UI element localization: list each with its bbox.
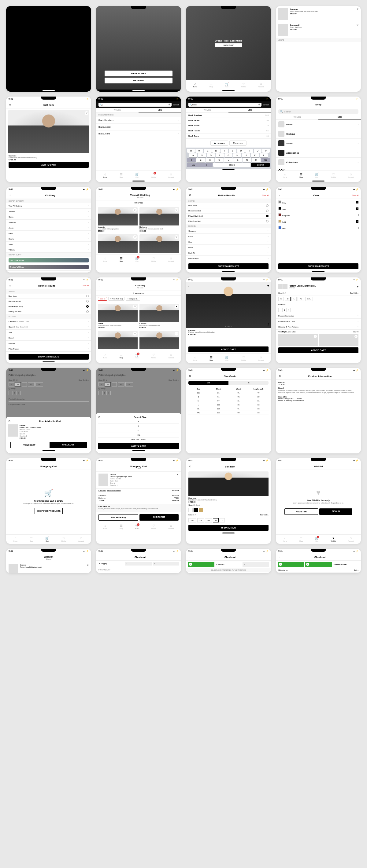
- unit-toggle[interactable]: CMIN: [189, 381, 269, 385]
- cat-view-all[interactable]: View All Clothing›: [6, 203, 91, 209]
- nav-wishlist[interactable]: ♡2Wishlist: [151, 173, 156, 178]
- product-card[interactable]: ♥ LacosteLogo pattern lightweight jacket…: [139, 304, 179, 329]
- size-m[interactable]: M: [213, 518, 219, 522]
- show-results-button[interactable]: SHOW 720 RESULTS: [8, 354, 89, 360]
- cancel-button[interactable]: Cancel: [173, 104, 178, 106]
- cancel-button[interactable]: Cancel: [263, 104, 269, 106]
- wishlist-icon[interactable]: ♡: [175, 208, 178, 212]
- clear-all-link[interactable]: Clear all: [82, 285, 89, 287]
- filter-size[interactable]: Size›: [186, 239, 271, 245]
- heart-icon[interactable]: ♥: [267, 284, 269, 287]
- suggestion[interactable]: Black Jeans16: [186, 133, 271, 139]
- product-thumb[interactable]: [278, 8, 288, 20]
- shop-products-button[interactable]: SHOP FOR PRODUCTS: [34, 508, 63, 514]
- size-xl[interactable]: XL: [298, 297, 304, 301]
- suggestion[interactable]: Black Sneakers240: [186, 113, 271, 118]
- color-option[interactable]: Gold✓: [276, 218, 361, 224]
- recent-search[interactable]: Black Jacket›: [96, 124, 181, 130]
- show-results-button[interactable]: SHOW 720 RESULTS: [278, 264, 359, 269]
- filter-pill[interactable]: × Category: J...: [126, 297, 140, 301]
- category-new-in[interactable]: New in›: [276, 120, 361, 129]
- nav-cart[interactable]: 🛒Cart: [315, 173, 319, 178]
- category-brands[interactable]: Brands›: [276, 167, 361, 170]
- update-item-button[interactable]: UPDATE ITEM: [189, 525, 269, 531]
- close-icon[interactable]: ✕: [189, 194, 192, 197]
- view-all-link[interactable]: View All: [353, 331, 359, 333]
- nav-wishlist[interactable]: ♡Wishlist: [331, 173, 336, 178]
- apple-pay-button[interactable]: BUY WITH Pay: [98, 514, 138, 521]
- filter-category[interactable]: Category›: [186, 228, 271, 234]
- shop-women-button[interactable]: SHOP WOMEN: [105, 70, 172, 76]
- nav-home[interactable]: ⌂Home: [103, 173, 107, 178]
- first-name-input[interactable]: [98, 568, 178, 572]
- nav-cart[interactable]: 🛒Cart: [225, 82, 229, 88]
- tab-men[interactable]: MEN: [318, 115, 361, 120]
- back-icon[interactable]: ‹: [189, 555, 192, 558]
- size-option[interactable]: XXL: [98, 433, 179, 437]
- add-to-cart-button[interactable]: ADD TO CART: [278, 347, 359, 353]
- filter-pill[interactable]: × Price (High first): [108, 297, 124, 301]
- cat-tshirts[interactable]: T-Shirts›: [6, 247, 91, 253]
- tab-women[interactable]: WOMEN: [186, 108, 228, 113]
- back-icon[interactable]: ‹: [98, 285, 102, 288]
- share-icon[interactable]: ⤴: [267, 323, 269, 326]
- clear-icon[interactable]: ⓧ: [169, 103, 170, 106]
- product-info-link[interactable]: Product Information›: [276, 313, 361, 319]
- edit-shipping-link[interactable]: Edit ›: [354, 569, 359, 571]
- search-input[interactable]: 🔍Search: [278, 110, 359, 114]
- sort-option[interactable]: Price (Low first): [186, 219, 271, 224]
- size-l[interactable]: L: [220, 518, 225, 522]
- nav-account[interactable]: ☺Account: [258, 82, 264, 88]
- size-xxs[interactable]: XXS: [189, 518, 196, 522]
- cat-coats[interactable]: Coats›: [6, 214, 91, 220]
- add-to-cart-button[interactable]: ADD TO CART: [98, 443, 179, 449]
- close-icon[interactable]: ✕: [8, 284, 11, 287]
- color-white[interactable]: [189, 508, 193, 512]
- photos-button[interactable]: 🖼PHOTOS: [229, 141, 247, 146]
- size-m[interactable]: M: [285, 297, 290, 301]
- step-payment[interactable]: 2. Payment: [215, 562, 242, 567]
- qty-plus[interactable]: +: [286, 308, 290, 312]
- size-xxl[interactable]: XXL: [305, 297, 313, 301]
- product-card[interactable]: ♥ LacosteLogo pattern lightweight jacket…: [98, 207, 138, 232]
- cat-shorts[interactable]: Shorts›: [6, 236, 91, 242]
- nav-shop[interactable]: ☰Shop: [209, 82, 213, 88]
- sort-option[interactable]: Price (High first): [186, 214, 271, 219]
- category-clothing[interactable]: Clothing›: [276, 129, 361, 139]
- category-accessories[interactable]: Accessories›: [276, 148, 361, 158]
- cat-sweaters[interactable]: Sweaters›: [6, 220, 91, 225]
- tab-women[interactable]: WOMEN: [276, 115, 318, 120]
- view-cart-button[interactable]: VIEW CART: [10, 442, 48, 448]
- product-card[interactable]: ♡: [139, 234, 179, 253]
- add-to-cart-button[interactable]: ADD TO CART: [189, 346, 269, 352]
- size-s[interactable]: S: [278, 297, 284, 301]
- tab-men[interactable]: MEN: [139, 108, 181, 113]
- tab-men[interactable]: MEN: [228, 108, 271, 113]
- product-card[interactable]: ♡ PradaBrand wool overcoat in light brow…: [98, 304, 138, 329]
- size-xs[interactable]: XS: [197, 518, 204, 522]
- category-shoes[interactable]: Shoes›: [276, 139, 361, 148]
- clear-all-link[interactable]: Clear all: [262, 194, 269, 196]
- step-payment[interactable]: ✓: [305, 562, 332, 567]
- recent-search[interactable]: Black Sneakers›: [96, 117, 181, 124]
- step-shipping[interactable]: 1. Shipping: [98, 562, 124, 565]
- filter-color[interactable]: Color (3) Grey, Black, Gold›: [6, 324, 91, 330]
- remove-icon[interactable]: ✕: [87, 564, 89, 573]
- outfit-card[interactable]: City Look & Feel: [8, 258, 89, 262]
- move-wishlist-link[interactable]: Move to Wishlist: [107, 490, 121, 492]
- close-icon[interactable]: ✕: [189, 375, 192, 378]
- shop-now-button[interactable]: SHOP NOW: [215, 43, 242, 47]
- close-icon[interactable]: ✕: [8, 420, 11, 423]
- size-guide-link[interactable]: View Size Guide ›: [98, 437, 179, 442]
- qty-minus[interactable]: −: [278, 308, 283, 312]
- wishlist-icon[interactable]: ♡: [85, 111, 88, 115]
- sign-in-button[interactable]: SIGN IN: [319, 508, 352, 515]
- back-icon[interactable]: ‹: [8, 194, 11, 197]
- wishlist-icon[interactable]: ♥: [133, 208, 137, 212]
- back-icon[interactable]: ‹: [98, 195, 102, 198]
- composition-link[interactable]: Composition & Care›: [276, 319, 361, 324]
- filter-price-range[interactable]: Price Range›: [186, 256, 271, 261]
- close-icon[interactable]: ✕: [189, 465, 192, 468]
- nav-account[interactable]: ☺Account: [168, 173, 174, 178]
- color-option[interactable]: Black✓: [276, 205, 361, 212]
